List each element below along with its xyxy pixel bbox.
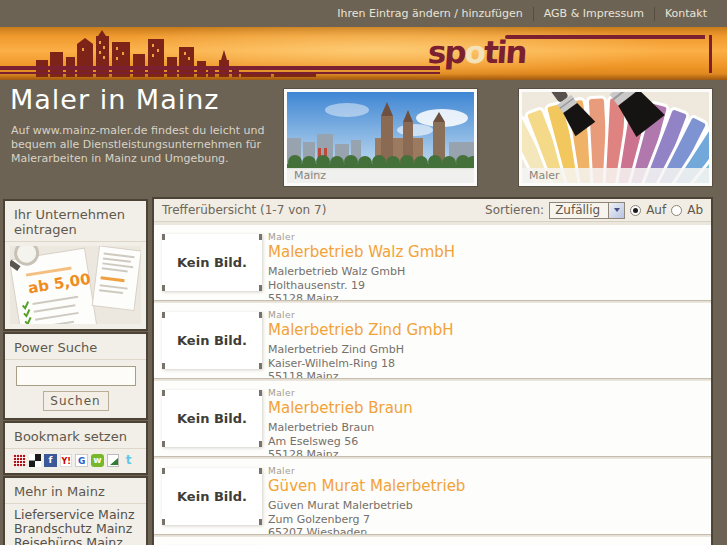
linkarena-icon[interactable] — [107, 454, 120, 467]
entry-box-title: Ihr Unternehmen eintragen — [5, 201, 146, 242]
entry-category: Maler — [268, 388, 701, 398]
entry-address-line: 55128 Mainz — [268, 292, 701, 300]
header-banner: spotin — [0, 27, 727, 80]
toplink-edit-entry[interactable]: Ihren Eintrag ändern / hinzufügen — [327, 7, 533, 21]
sort-label: Sortieren: — [485, 203, 544, 217]
entry-address-line: Malerbetrieb Braun — [268, 421, 701, 435]
toplink-kontakt[interactable]: Kontakt — [654, 7, 717, 21]
facebook-icon[interactable] — [44, 454, 57, 467]
result-entry: Kein Bild. Maler — [154, 537, 711, 545]
sidebar-link-reisebueros[interactable]: Reisebüros Mainz — [14, 536, 137, 545]
yahoo-icon[interactable] — [60, 454, 73, 467]
no-image-placeholder: Kein Bild. — [162, 390, 262, 447]
page-description: Auf www.mainz-maler.de findest du leicht… — [11, 124, 269, 166]
sidebar-box-entry: Ihr Unternehmen eintragen ab 5,00 — [3, 199, 148, 331]
entry-address-line: Zum Golzenberg 7 — [268, 513, 701, 527]
search-button[interactable]: Suchen — [43, 391, 109, 411]
entry-address-line: Güven Murat Malerbetrieb — [268, 499, 701, 513]
result-entry: Kein Bild. Maler Malerbetrieb Walz GmbH … — [154, 225, 711, 300]
maler-photo: Maler — [519, 89, 712, 186]
banner-stripe — [505, 35, 705, 39]
sidebar-link-lieferservice[interactable]: Lieferservice Mainz — [14, 508, 137, 522]
no-image-placeholder: Kein Bild. — [162, 234, 262, 291]
entry-address-line: 55128 Mainz — [268, 448, 701, 456]
sort-select-value: Zufällig — [550, 203, 608, 217]
sort-asc-radio[interactable] — [630, 205, 641, 216]
entry-category: Maler — [268, 232, 701, 242]
results-panel: Trefferübersicht (1-7 von 7) Sortieren: … — [152, 197, 713, 545]
google-icon[interactable] — [75, 454, 88, 467]
sidebar-box-bookmark: Bookmark setzen — [3, 421, 148, 475]
search-box-title: Power Suche — [5, 334, 146, 360]
banner-stripe — [709, 35, 712, 73]
sort-asc-label[interactable]: Auf — [646, 203, 666, 217]
banner-stripe — [0, 66, 440, 70]
sidebar-box-more: Mehr in Mainz Lieferservice Mainz Brands… — [3, 476, 148, 545]
bookmark-box-title: Bookmark setzen — [5, 423, 146, 449]
sort-select[interactable]: Zufällig — [549, 202, 625, 219]
page: Ihren Eintrag ändern / hinzufügen AGB & … — [0, 0, 727, 545]
result-entry: Kein Bild. Maler Malerbetrieb Braun Male… — [154, 381, 711, 456]
entry-title-link[interactable]: Güven Murat Malerbetrieb — [268, 477, 465, 495]
mainz-photo-caption: Mainz — [287, 168, 474, 183]
twitter-icon[interactable] — [122, 454, 135, 467]
entry-title-link[interactable]: Malerbetrieb Braun — [268, 399, 413, 417]
chevron-down-icon[interactable] — [608, 203, 624, 218]
entry-category: Maler — [268, 466, 701, 476]
result-entry: Kein Bild. Maler Malerbetrieb Zind GmbH … — [154, 303, 711, 378]
bookmark-icon-row — [5, 449, 146, 473]
promo-ad-image[interactable]: ab 5,00 — [10, 246, 141, 324]
sort-desc-radio[interactable] — [671, 205, 682, 216]
toplink-agb-impressum[interactable]: AGB & Impressum — [533, 7, 654, 21]
intro-section: Maler in Mainz Auf www.mainz-maler.de fi… — [0, 80, 727, 195]
entry-category: Maler — [268, 310, 701, 320]
no-image-placeholder: Kein Bild. — [162, 468, 262, 525]
page-title: Maler in Mainz — [10, 84, 219, 115]
more-box-title: Mehr in Mainz — [5, 478, 146, 504]
results-count: Trefferübersicht (1-7 von 7) — [162, 203, 326, 217]
results-header: Trefferübersicht (1-7 von 7) Sortieren: … — [154, 199, 711, 222]
spotin-logo[interactable]: spotin — [427, 34, 527, 70]
webnews-icon[interactable] — [91, 454, 104, 467]
entry-address-line: Holthausenstr. 19 — [268, 279, 701, 293]
sort-desc-label[interactable]: Ab — [687, 203, 703, 217]
sidebar-box-search: Power Suche Suchen — [3, 332, 148, 420]
entry-address-line: 65207 Wiesbaden — [268, 526, 701, 534]
entry-address-line: Am Eselsweg 56 — [268, 435, 701, 449]
mister-wong-icon[interactable] — [13, 454, 26, 467]
entry-address-line: 55118 Mainz — [268, 370, 701, 378]
entry-title-link[interactable]: Malerbetrieb Zind GmbH — [268, 321, 453, 339]
delicious-icon[interactable] — [29, 454, 42, 467]
entry-title-link[interactable]: Malerbetrieb Walz GmbH — [268, 243, 455, 261]
result-entry: Kein Bild. Maler Güven Murat Malerbetrie… — [154, 459, 711, 534]
entry-address-line: Malerbetrieb Walz GmbH — [268, 265, 701, 279]
mainz-photo: Mainz — [284, 89, 477, 186]
no-image-placeholder: Kein Bild. — [162, 312, 262, 369]
sidebar-link-brandschutz[interactable]: Brandschutz Mainz — [14, 522, 137, 536]
entry-address-line: Malerbetrieb Zind GmbH — [268, 343, 701, 357]
sort-controls: Sortieren: Zufällig Auf Ab — [485, 202, 703, 219]
entry-address-line: Kaiser-Wilhelm-Ring 18 — [268, 357, 701, 371]
sidebar: Ihr Unternehmen eintragen ab 5,00 — [3, 199, 148, 545]
search-input[interactable] — [16, 366, 136, 386]
maler-photo-caption: Maler — [522, 168, 709, 183]
topbar: Ihren Eintrag ändern / hinzufügen AGB & … — [0, 0, 727, 27]
